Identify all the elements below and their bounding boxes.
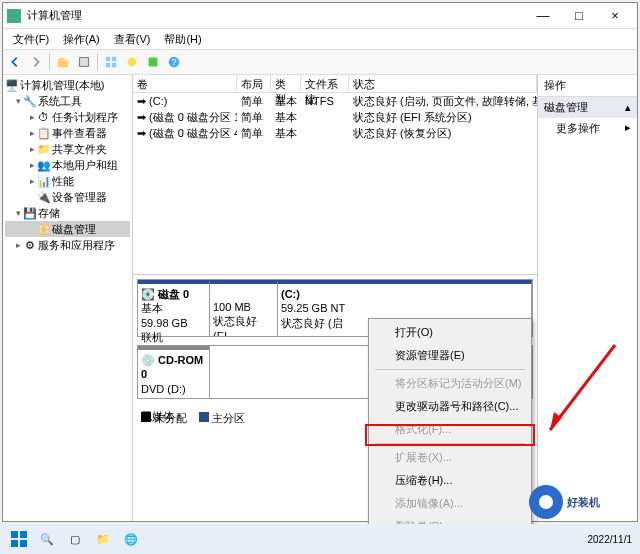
actions-header: 操作	[538, 75, 637, 97]
actions-pane: 操作 磁盘管理▴ 更多操作▸	[537, 75, 637, 521]
start-button[interactable]	[8, 528, 30, 550]
col-layout[interactable]: 布局	[237, 75, 271, 92]
minimize-button[interactable]: —	[525, 4, 561, 28]
svg-rect-14	[11, 540, 18, 547]
titlebar: 计算机管理 — □ ×	[3, 3, 637, 29]
tree-root[interactable]: 🖥️计算机管理(本地)	[5, 77, 130, 93]
actions-more[interactable]: 更多操作▸	[538, 118, 637, 139]
disk-0-header[interactable]: 💽 磁盘 0 基本 59.98 GB 联机	[138, 280, 210, 336]
ctx-mirror: 添加镜像(A)...	[371, 492, 529, 515]
app-icon	[7, 9, 21, 23]
svg-rect-7	[149, 58, 158, 67]
ctx-active: 将分区标记为活动分区(M)	[371, 372, 529, 395]
volume-row[interactable]: ➡ (磁盘 0 磁盘分区 1)简单基本状态良好 (EFI 系统分区)	[133, 109, 537, 125]
tree-storage[interactable]: ▾💾存储	[5, 205, 130, 221]
tree-systools[interactable]: ▾🔧系统工具	[5, 93, 130, 109]
tree-task[interactable]: ▸⏱任务计划程序	[5, 109, 130, 125]
maximize-button[interactable]: □	[561, 4, 597, 28]
help-button[interactable]: ?	[164, 52, 184, 72]
svg-rect-2	[106, 57, 110, 61]
svg-point-6	[128, 58, 137, 67]
col-fs[interactable]: 文件系统	[301, 75, 349, 92]
watermark-icon	[529, 485, 563, 519]
tree-event[interactable]: ▸📋事件查看器	[5, 125, 130, 141]
context-menu: 打开(O) 资源管理器(E) 将分区标记为活动分区(M) 更改驱动器号和路径(C…	[368, 318, 532, 554]
back-button[interactable]	[5, 52, 25, 72]
svg-rect-1	[80, 58, 89, 67]
tree-devmgr[interactable]: 🔌设备管理器	[5, 189, 130, 205]
taskview-icon[interactable]: ▢	[64, 528, 86, 550]
partition-efi[interactable]: 100 MB状态良好 (EI	[210, 280, 278, 336]
actions-selected[interactable]: 磁盘管理▴	[538, 97, 637, 118]
svg-rect-15	[20, 540, 27, 547]
chevron-up-icon: ▴	[625, 101, 631, 114]
svg-text:?: ?	[171, 56, 176, 67]
tb-icon-1[interactable]	[122, 52, 142, 72]
forward-button[interactable]	[26, 52, 46, 72]
taskbar-date[interactable]: 2022/11/1	[588, 534, 633, 545]
ctx-extend: 扩展卷(X)...	[371, 446, 529, 469]
svg-rect-5	[112, 63, 116, 67]
watermark: 好装机	[529, 485, 600, 519]
nav-tree: 🖥️计算机管理(本地) ▾🔧系统工具 ▸⏱任务计划程序 ▸📋事件查看器 ▸📁共享…	[3, 75, 133, 521]
menu-view[interactable]: 查看(V)	[108, 30, 157, 49]
ctx-explore[interactable]: 资源管理器(E)	[371, 344, 529, 367]
volume-list[interactable]: 卷 布局 类型 文件系统 状态 ➡ (C:)简单基本NTFS状态良好 (启动, …	[133, 75, 537, 275]
svg-rect-4	[106, 63, 110, 67]
volume-header: 卷 布局 类型 文件系统 状态	[133, 75, 537, 93]
svg-rect-3	[112, 57, 116, 61]
tree-services[interactable]: ▸⚙服务和应用程序	[5, 237, 130, 253]
menu-file[interactable]: 文件(F)	[7, 30, 55, 49]
edge-icon[interactable]: 🌐	[120, 528, 142, 550]
menu-help[interactable]: 帮助(H)	[158, 30, 207, 49]
ctx-shrink[interactable]: 压缩卷(H)...	[371, 469, 529, 492]
col-volume[interactable]: 卷	[133, 75, 237, 92]
taskbar: 🔍 ▢ 📁 🌐 2022/11/1	[0, 524, 640, 554]
tree-diskmgmt[interactable]: 📀磁盘管理	[5, 221, 130, 237]
cdrom-header[interactable]: 💿 CD-ROM 0 DVD (D:) 无媒体	[138, 346, 210, 398]
toolbar: ?	[3, 49, 637, 75]
search-icon[interactable]: 🔍	[36, 528, 58, 550]
tree-perf[interactable]: ▸📊性能	[5, 173, 130, 189]
svg-rect-13	[20, 531, 27, 538]
ctx-change-letter[interactable]: 更改驱动器号和路径(C)...	[371, 395, 529, 418]
tree-users[interactable]: ▸👥本地用户和组	[5, 157, 130, 173]
close-button[interactable]: ×	[597, 4, 633, 28]
tree-share[interactable]: ▸📁共享文件夹	[5, 141, 130, 157]
col-type[interactable]: 类型	[271, 75, 301, 92]
tb-icon-2[interactable]	[143, 52, 163, 72]
volume-row[interactable]: ➡ (C:)简单基本NTFS状态良好 (启动, 页面文件, 故障转储, 基本数据	[133, 93, 537, 109]
explorer-icon[interactable]: 📁	[92, 528, 114, 550]
ctx-format: 格式化(F)...	[371, 418, 529, 441]
refresh-button[interactable]	[101, 52, 121, 72]
svg-rect-12	[11, 531, 18, 538]
window-title: 计算机管理	[27, 8, 525, 23]
ctx-open[interactable]: 打开(O)	[371, 321, 529, 344]
up-button[interactable]	[53, 52, 73, 72]
col-status[interactable]: 状态	[349, 75, 537, 92]
volume-row[interactable]: ➡ (磁盘 0 磁盘分区 4)简单基本状态良好 (恢复分区)	[133, 125, 537, 141]
properties-button[interactable]	[74, 52, 94, 72]
menubar: 文件(F) 操作(A) 查看(V) 帮助(H)	[3, 29, 637, 49]
chevron-right-icon: ▸	[625, 121, 631, 136]
svg-rect-0	[58, 60, 69, 67]
menu-action[interactable]: 操作(A)	[57, 30, 106, 49]
